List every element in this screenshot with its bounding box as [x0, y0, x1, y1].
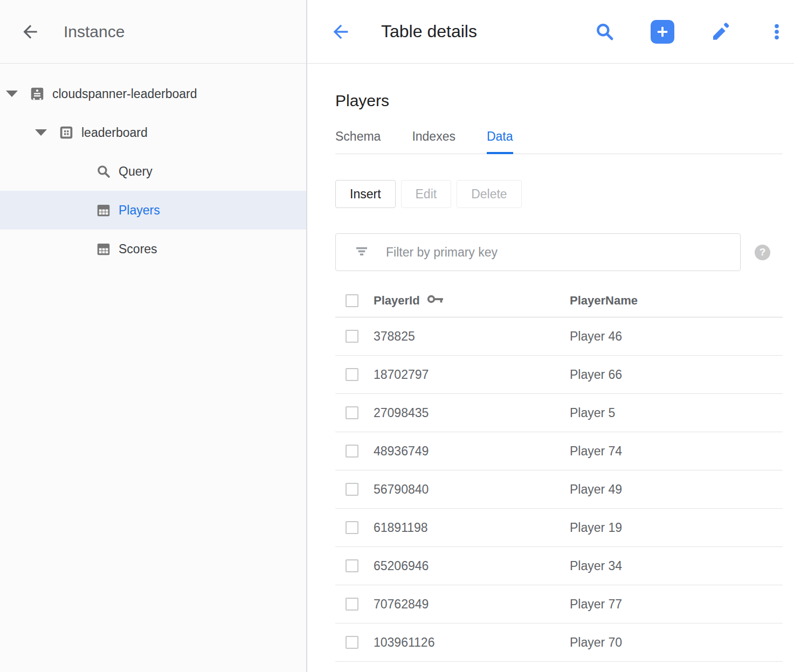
- row-checkbox[interactable]: [346, 445, 358, 458]
- row-checkbox[interactable]: [346, 483, 358, 496]
- tab-data[interactable]: Data: [487, 129, 513, 154]
- cell-playerid: 65206946: [374, 559, 570, 573]
- row-checkbox[interactable]: [346, 636, 358, 649]
- table-row: 103961126 Player 70: [335, 623, 783, 662]
- cell-playerid: 378825: [374, 329, 570, 344]
- edit-button[interactable]: Edit: [401, 180, 452, 208]
- main-panel: Table details: [307, 0, 794, 672]
- more-vert-icon[interactable]: [767, 22, 786, 41]
- cell-playername: Player 77: [570, 597, 783, 612]
- table-row: 378825 Player 46: [335, 317, 783, 356]
- filter-box: [335, 233, 741, 271]
- back-arrow-icon[interactable]: [20, 22, 40, 42]
- cell-playername: Player 19: [570, 521, 783, 535]
- database-tree: cloudspanner-leaderboard leaderboard: [0, 64, 306, 268]
- table-row: 65206946 Player 34: [335, 547, 783, 585]
- instance-icon: [29, 86, 45, 102]
- cell-playername: Player 49: [570, 482, 783, 497]
- cell-playerid: 27098435: [374, 406, 570, 420]
- cell-playername: Player 34: [570, 559, 783, 573]
- caret-down-icon[interactable]: [35, 129, 47, 136]
- back-arrow-icon[interactable]: [330, 21, 351, 43]
- cell-playerid: 56790840: [374, 482, 570, 497]
- edit-pencil-icon[interactable]: [710, 21, 731, 43]
- select-all-checkbox[interactable]: [346, 294, 358, 307]
- tree-item-database[interactable]: leaderboard: [0, 113, 306, 152]
- table-row: 18702797 Player 66: [335, 356, 783, 394]
- tree-item-instance[interactable]: cloudspanner-leaderboard: [0, 74, 306, 113]
- cell-playername: Player 74: [570, 444, 783, 459]
- table-header-row: PlayerId PlayerName: [335, 284, 783, 317]
- header-actions: [595, 20, 786, 44]
- tree-item-scores[interactable]: Scores: [0, 230, 306, 268]
- tree-item-label: Query: [119, 164, 153, 179]
- help-icon[interactable]: ?: [755, 245, 770, 260]
- row-checkbox[interactable]: [346, 368, 358, 381]
- filter-row: ?: [335, 233, 783, 271]
- sidebar-title: Instance: [64, 23, 125, 41]
- sidebar-header: Instance: [0, 0, 306, 64]
- search-icon[interactable]: [595, 22, 615, 42]
- tab-schema[interactable]: Schema: [335, 129, 381, 154]
- row-checkbox[interactable]: [346, 330, 358, 343]
- cell-playerid: 70762849: [374, 597, 570, 612]
- add-icon[interactable]: [651, 20, 674, 44]
- cell-playerid: 103961126: [374, 635, 570, 650]
- table-name-heading: Players: [335, 92, 783, 110]
- main-header: Table details: [307, 0, 794, 64]
- tree-item-label: Scores: [119, 242, 157, 257]
- main-body: Players Schema Indexes Data Insert Edit …: [307, 64, 794, 662]
- tab-bar: Schema Indexes Data: [335, 129, 783, 154]
- row-checkbox[interactable]: [346, 406, 358, 419]
- delete-button[interactable]: Delete: [457, 180, 521, 208]
- filter-list-icon: [354, 243, 370, 261]
- row-checkbox[interactable]: [346, 598, 358, 611]
- table-row: 27098435 Player 5: [335, 394, 783, 432]
- insert-button[interactable]: Insert: [335, 180, 396, 208]
- table-row: 70762849 Player 77: [335, 585, 783, 623]
- table-row: 48936749 Player 74: [335, 432, 783, 470]
- cell-playerid: 61891198: [374, 521, 570, 535]
- cell-playername: Player 70: [570, 635, 783, 650]
- table-icon: [95, 202, 112, 218]
- query-search-icon: [95, 163, 112, 179]
- app-window: Instance cloudspanner-leaderboard: [0, 0, 794, 672]
- row-checkbox[interactable]: [346, 521, 358, 534]
- table-row: 61891198 Player 19: [335, 509, 783, 547]
- cell-playername: Player 46: [570, 329, 783, 344]
- table-icon: [95, 241, 112, 257]
- tree-item-label: leaderboard: [81, 126, 148, 140]
- data-table: PlayerId PlayerName 378825: [335, 284, 783, 662]
- page-title: Table details: [381, 22, 477, 41]
- row-checkbox[interactable]: [346, 559, 358, 572]
- row-action-buttons: Insert Edit Delete: [335, 180, 783, 208]
- table-row: 56790840 Player 49: [335, 470, 783, 509]
- caret-down-icon[interactable]: [6, 91, 18, 98]
- tree-item-label: cloudspanner-leaderboard: [52, 87, 197, 101]
- cell-playerid: 18702797: [374, 368, 570, 382]
- column-header-playername: PlayerName: [570, 294, 783, 308]
- cell-playername: Player 66: [570, 368, 783, 382]
- column-header-playerid: PlayerId: [374, 293, 570, 308]
- tab-indexes[interactable]: Indexes: [412, 129, 455, 154]
- sidebar: Instance cloudspanner-leaderboard: [0, 0, 307, 672]
- cell-playerid: 48936749: [374, 444, 570, 459]
- tree-item-label: Players: [119, 203, 160, 218]
- primary-key-icon: [426, 293, 445, 308]
- cell-playername: Player 5: [570, 406, 783, 420]
- tree-item-query[interactable]: Query: [0, 152, 306, 191]
- database-icon: [58, 124, 74, 141]
- tree-item-players[interactable]: Players: [0, 191, 306, 230]
- filter-input[interactable]: [386, 245, 729, 260]
